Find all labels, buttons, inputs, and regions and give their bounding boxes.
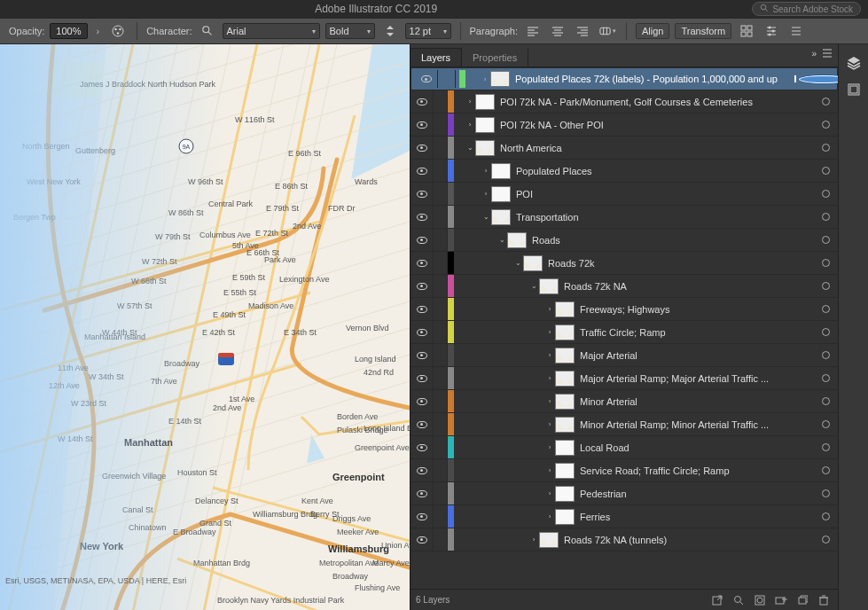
align-left-icon[interactable] [523,22,543,40]
visibility-toggle[interactable] [411,113,434,136]
disclosure-right-icon[interactable]: › [528,536,539,544]
font-style-select[interactable]: Bold▾ [325,23,375,39]
font-search-icon[interactable] [198,21,217,41]
target-icon[interactable] [822,121,830,129]
layer-name[interactable]: Pedestrian [580,489,813,499]
layer-row[interactable]: ⌄Transportation [411,206,838,229]
lock-column[interactable] [434,436,448,458]
target-icon[interactable] [822,397,830,405]
target-column[interactable] [813,443,838,451]
disclosure-right-icon[interactable]: › [481,190,491,198]
disclosure-down-icon[interactable]: ⌄ [465,144,475,152]
lock-column[interactable] [434,183,448,205]
locate-icon[interactable] [730,592,747,608]
lock-column[interactable] [434,344,448,366]
target-icon[interactable] [822,305,830,313]
visibility-toggle[interactable] [411,436,434,458]
panel-menu-icon[interactable] [786,21,806,41]
tab-layers[interactable]: Layers [411,48,462,66]
font-family-select[interactable]: Arial▾ [223,23,320,39]
visibility-toggle[interactable] [411,90,434,113]
stock-search-input[interactable]: Search Adobe Stock [752,2,861,16]
target-icon[interactable] [822,282,830,290]
layer-row[interactable]: ⌄Roads 72k [411,252,838,275]
target-icon[interactable] [822,236,830,244]
target-column[interactable] [813,466,838,474]
visibility-toggle[interactable] [411,459,434,481]
layer-name[interactable]: POI 72k NA - Other POI [500,120,813,130]
target-icon[interactable] [799,75,839,83]
preferences-icon[interactable] [762,21,781,41]
layer-name[interactable]: Service Road; Traffic Circle; Ramp [580,465,813,476]
layer-row[interactable]: ›Traffic Circle; Ramp [411,321,838,344]
target-column[interactable] [813,489,838,497]
clip-mask-icon[interactable] [751,592,769,608]
target-icon[interactable] [822,213,830,221]
layer-name[interactable]: Populated Places [516,166,813,176]
target-column[interactable] [813,536,838,544]
layer-row[interactable]: ›POI 72k NA - Park/Monument, Golf Course… [411,90,838,113]
disclosure-down-icon[interactable]: ⌄ [512,259,523,267]
target-column[interactable] [813,374,838,382]
target-icon[interactable] [822,167,830,175]
lock-column[interactable] [434,367,448,389]
disclosure-down-icon[interactable]: ⌄ [528,282,539,290]
isolate-icon[interactable] [737,21,756,41]
target-column[interactable] [813,282,838,290]
layer-name[interactable]: Local Road [580,442,813,453]
lock-column[interactable] [434,459,448,481]
target-column[interactable] [813,121,838,129]
layer-name[interactable]: Freeways; Highways [580,304,813,315]
visibility-toggle[interactable] [411,367,434,389]
artboards-icon[interactable] [839,76,868,103]
visibility-toggle[interactable] [411,344,434,366]
disclosure-down-icon[interactable]: ⌄ [481,213,491,221]
align-button[interactable]: Align [636,23,669,39]
lock-column[interactable] [434,482,448,504]
layer-row[interactable]: ⌄Roads [411,229,838,252]
layer-row[interactable]: ›Minor Arterial Ramp; Minor Arterial Tra… [411,413,838,436]
layer-name[interactable]: North America [500,143,813,153]
lock-column[interactable] [434,413,448,435]
layer-row[interactable]: ›Local Road [411,436,838,459]
delete-icon[interactable] [815,592,833,608]
target-column[interactable] [813,167,838,175]
target-icon[interactable] [822,489,830,497]
disclosure-right-icon[interactable]: › [544,512,555,520]
layer-row[interactable]: ›POI [411,183,838,206]
layer-row[interactable]: ›Ferries [411,505,838,528]
target-column[interactable] [813,305,838,313]
panel-menu-icon[interactable] [820,49,834,59]
disclosure-right-icon[interactable]: › [544,420,555,428]
layer-row[interactable]: ⌄North America [411,137,838,160]
disclosure-right-icon[interactable]: › [544,466,555,474]
disclosure-right-icon[interactable]: › [544,443,555,451]
target-icon[interactable] [822,190,830,198]
disclosure-right-icon[interactable]: › [544,397,555,405]
visibility-toggle[interactable] [415,70,438,88]
layer-list[interactable]: ›Populated Places 72k (labels) - Populat… [411,67,838,589]
layer-row[interactable]: ›Freeways; Highways [411,298,838,321]
layer-row[interactable]: ›Major Arterial Ramp; Major Arterial Tra… [411,367,838,390]
lock-column[interactable] [434,160,448,182]
target-icon[interactable] [822,259,830,267]
disclosure-right-icon[interactable]: › [544,328,555,336]
visibility-toggle[interactable] [411,321,434,343]
disclosure-right-icon[interactable]: › [481,167,491,175]
disclosure-right-icon[interactable]: › [544,374,555,382]
layer-row[interactable]: ›Roads 72k NA (tunnels) [411,528,838,551]
transform-button[interactable]: Transform [675,23,731,39]
target-icon[interactable] [822,466,830,474]
lock-column[interactable] [434,137,448,159]
target-icon[interactable] [822,536,830,544]
lock-column[interactable] [434,206,448,228]
visibility-toggle[interactable] [411,275,434,297]
disclosure-right-icon[interactable]: › [480,75,490,83]
visibility-toggle[interactable] [411,390,434,412]
layer-name[interactable]: Roads 72k NA [564,281,813,292]
layer-name[interactable]: POI [516,189,813,199]
align-right-icon[interactable] [573,22,592,40]
layer-name[interactable]: Traffic Circle; Ramp [580,327,813,338]
lock-column[interactable] [434,113,448,136]
target-column[interactable] [813,190,838,198]
